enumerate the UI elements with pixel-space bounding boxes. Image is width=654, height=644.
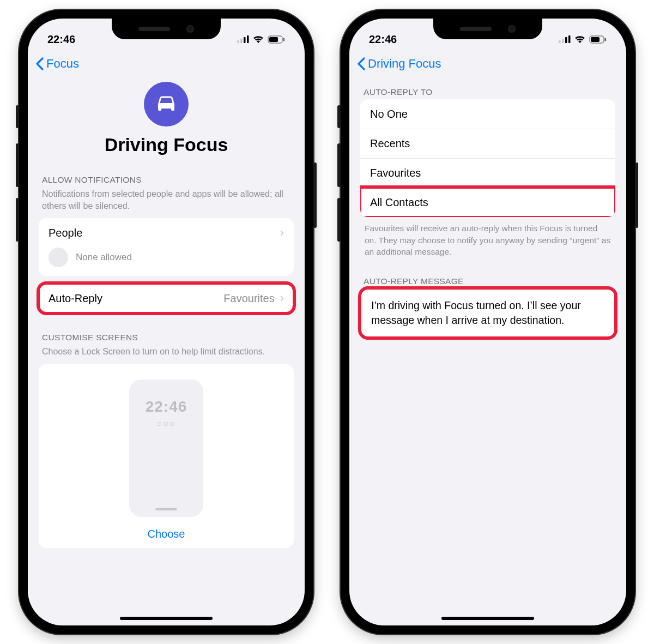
power-button bbox=[313, 162, 317, 228]
nav-back-label: Focus bbox=[46, 57, 79, 71]
svg-rect-0 bbox=[237, 40, 239, 43]
nav-back[interactable]: Focus bbox=[28, 50, 305, 76]
svg-rect-6 bbox=[283, 38, 285, 41]
volume-up-button bbox=[16, 143, 19, 187]
autoreply-message-text: I’m driving with Focus turned on. I’ll s… bbox=[371, 298, 604, 328]
option-no-one[interactable]: No One bbox=[360, 99, 615, 129]
screens-header: CUSTOMISE SCREENS bbox=[42, 333, 138, 342]
svg-rect-15 bbox=[605, 38, 607, 41]
people-label: People bbox=[49, 227, 82, 239]
battery-icon bbox=[268, 35, 285, 44]
lock-preview-bar-icon bbox=[155, 508, 177, 510]
cellular-icon bbox=[237, 35, 249, 43]
battery-icon bbox=[589, 35, 607, 44]
autoreply-value: Favourites bbox=[223, 292, 274, 305]
svg-rect-5 bbox=[269, 37, 278, 42]
people-row[interactable]: People › bbox=[39, 218, 294, 248]
hero: Driving Focus bbox=[39, 76, 294, 155]
option-label: Recents bbox=[370, 137, 410, 150]
autoreply-message-card[interactable]: I’m driving with Focus turned on. I’ll s… bbox=[360, 288, 615, 338]
phone-right: 22:46 Driving Focus AUTO-REPLY TO bbox=[341, 10, 635, 634]
cellular-icon bbox=[559, 35, 571, 43]
option-recents[interactable]: Recents bbox=[360, 129, 615, 158]
volume-down-button bbox=[16, 198, 19, 242]
wifi-icon bbox=[252, 35, 264, 44]
chevron-right-icon: › bbox=[280, 226, 284, 240]
autoreply-card: Auto-Reply Favourites › bbox=[39, 284, 294, 313]
choose-button[interactable]: Choose bbox=[148, 525, 185, 543]
chevron-back-icon bbox=[357, 57, 366, 70]
chevron-back-icon bbox=[35, 57, 44, 70]
svg-rect-1 bbox=[240, 39, 243, 43]
replyto-footer: Favourites will receive an auto-reply wh… bbox=[360, 217, 615, 258]
power-button bbox=[635, 162, 638, 228]
allow-subtitle: Notifications from selected people and a… bbox=[39, 187, 294, 218]
notch bbox=[112, 19, 221, 39]
status-time: 22:46 bbox=[369, 33, 397, 46]
car-icon bbox=[144, 82, 189, 127]
lock-preview-time: 22:46 bbox=[146, 398, 187, 416]
msg-header: AUTO-REPLY MESSAGE bbox=[364, 276, 464, 286]
svg-point-7 bbox=[160, 105, 163, 107]
wifi-icon bbox=[574, 35, 586, 44]
volume-down-button bbox=[337, 198, 341, 242]
side-button bbox=[337, 105, 341, 128]
replyto-card: No One Recents Favourites All Contacts bbox=[360, 99, 615, 217]
svg-rect-12 bbox=[568, 35, 571, 43]
phone-left: 22:46 Focus bbox=[19, 10, 313, 634]
lock-screen-preview[interactable]: 22:46 ○○○ bbox=[129, 380, 203, 517]
home-indicator[interactable] bbox=[441, 617, 534, 620]
screen-right: 22:46 Driving Focus AUTO-REPLY TO bbox=[349, 19, 626, 625]
svg-rect-10 bbox=[562, 39, 564, 43]
svg-point-8 bbox=[169, 105, 172, 107]
notch bbox=[433, 19, 542, 39]
replyto-header: AUTO-REPLY TO bbox=[364, 87, 433, 97]
option-label: All Contacts bbox=[370, 196, 428, 209]
option-all-contacts[interactable]: All Contacts bbox=[360, 188, 615, 217]
screens-card: 22:46 ○○○ Choose bbox=[39, 364, 294, 548]
people-card: People › None allowed bbox=[39, 218, 294, 276]
svg-rect-3 bbox=[247, 35, 249, 43]
chevron-right-icon: › bbox=[280, 291, 284, 305]
people-value: None allowed bbox=[76, 252, 132, 263]
page-title: Driving Focus bbox=[39, 134, 294, 155]
screen-left: 22:46 Focus bbox=[28, 19, 305, 625]
volume-up-button bbox=[337, 143, 341, 187]
nav-back-label: Driving Focus bbox=[368, 57, 441, 71]
nav-back[interactable]: Driving Focus bbox=[349, 50, 626, 76]
autoreply-label: Auto-Reply bbox=[49, 292, 102, 305]
option-label: Favourites bbox=[370, 167, 421, 179]
avatar-placeholder-icon bbox=[49, 248, 68, 267]
side-button bbox=[16, 105, 19, 128]
svg-rect-14 bbox=[591, 37, 600, 42]
home-indicator[interactable] bbox=[120, 617, 213, 620]
svg-rect-11 bbox=[565, 37, 567, 43]
people-subrow: None allowed bbox=[39, 248, 294, 276]
svg-rect-9 bbox=[559, 40, 561, 43]
allow-header: ALLOW NOTIFICATIONS bbox=[42, 175, 142, 184]
option-favourites[interactable]: Favourites bbox=[360, 158, 615, 188]
status-time: 22:46 bbox=[47, 33, 75, 46]
option-label: No One bbox=[370, 108, 408, 121]
screens-subtitle: Choose a Lock Screen to turn on to help … bbox=[39, 345, 294, 364]
lock-preview-dots-icon: ○○○ bbox=[157, 419, 176, 429]
svg-rect-2 bbox=[244, 37, 246, 43]
autoreply-row[interactable]: Auto-Reply Favourites › bbox=[39, 284, 294, 313]
